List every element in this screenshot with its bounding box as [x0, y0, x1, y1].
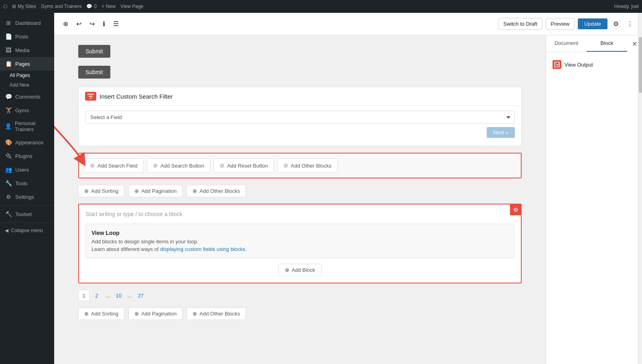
plus-icon-pagination: ⊕ — [134, 188, 139, 194]
add-sorting-button[interactable]: ⊕ Add Sorting — [78, 185, 124, 197]
next-button[interactable]: Next » — [487, 127, 515, 138]
add-sorting-bottom-button[interactable]: ⊕ Add Sorting — [78, 307, 124, 320]
tab-document[interactable]: Document — [546, 35, 587, 52]
switch-to-draft-button[interactable]: Switch to Draft — [498, 18, 542, 30]
sidebar-item-personal-trainers[interactable]: 👤 Personal Trainers — [0, 117, 54, 135]
loop-block: ⚙ Start writing or type / to choose a bl… — [78, 204, 522, 283]
loop-gear-button[interactable]: ⚙ — [510, 204, 521, 215]
sidebar-item-media[interactable]: 🖼 Media — [0, 43, 54, 57]
page-dots-2: ... — [126, 293, 134, 299]
toggle-inserter-button[interactable]: ⊕ — [61, 18, 71, 30]
view-output-icon — [553, 60, 561, 69]
dashboard-icon: ⊞ — [5, 19, 12, 26]
settings-icon: ⚙ — [5, 193, 12, 200]
list-view-button[interactable]: ☰ — [111, 18, 121, 30]
sidebar-label-posts: Posts — [15, 34, 28, 40]
sidebar-item-users[interactable]: 👥 Users — [0, 163, 54, 176]
page-10[interactable]: 10 — [113, 290, 124, 301]
toolset-icon: 🔨 — [5, 210, 12, 218]
sidebar-item-dashboard[interactable]: ⊞ Dashboard — [0, 16, 54, 30]
gyms-and-trainers[interactable]: Gyms and Trainers — [41, 4, 81, 9]
update-button[interactable]: Update — [578, 18, 607, 29]
right-scrollbar[interactable] — [638, 35, 642, 364]
sidebar-item-gyms[interactable]: 🏋 Gyms — [0, 103, 54, 117]
page-1[interactable]: 1 — [78, 290, 89, 301]
add-search-field-button[interactable]: ⊕ Add Search Field — [84, 158, 144, 173]
search-filter-title: Insert Custom Search Filter — [100, 93, 173, 100]
sidebar: ⊞ Dashboard 📄 Posts 🖼 Media 📋 Pages All … — [0, 13, 54, 364]
add-reset-button-button[interactable]: ⊕ Add Reset Button — [213, 158, 274, 173]
plus-icon-3: ⊕ — [219, 162, 225, 169]
add-other-blocks-bottom-button[interactable]: ⊕ Add Other Blocks — [187, 307, 246, 320]
more-tools-button[interactable]: ⋮ — [624, 18, 636, 30]
sidebar-item-settings[interactable]: ⚙ Settings — [0, 190, 54, 204]
sidebar-label-pages: Pages — [15, 61, 30, 67]
comments-count[interactable]: 💬 0 — [86, 4, 97, 9]
view-output-button[interactable]: View Output — [553, 59, 593, 71]
posts-icon: 📄 — [5, 33, 12, 40]
collapse-menu[interactable]: ◀ Collapse menu — [0, 224, 54, 237]
editor-toolbar: ⊕ ↩ ↪ ℹ ☰ Switch to Draft Preview Update… — [54, 13, 642, 35]
add-block-label: Add Block — [292, 267, 315, 273]
right-scrollbar-thumb[interactable] — [639, 37, 642, 93]
sidebar-label-gyms: Gyms — [15, 107, 29, 113]
appearance-icon: 🎨 — [5, 139, 12, 146]
preview-button[interactable]: Preview — [546, 18, 575, 30]
view-page[interactable]: View Page — [120, 4, 143, 9]
tab-document-label: Document — [555, 40, 578, 46]
new-menu[interactable]: + New — [102, 4, 116, 9]
sort-row: ⊕ Add Sorting ⊕ Add Pagination ⊕ Add Oth… — [78, 185, 522, 197]
plus-icon-add-block: ⊕ — [285, 267, 289, 273]
personal-trainers-icon: 👤 — [5, 123, 12, 130]
sidebar-item-appearance[interactable]: 🎨 Appearance — [0, 135, 54, 149]
wp-logo[interactable]: ⬡ — [3, 4, 7, 9]
sidebar-label-settings: Settings — [15, 194, 34, 200]
select-field-dropdown[interactable]: Select a Field — [85, 111, 515, 124]
add-other-blocks-filter-label: Add Other Blocks — [291, 163, 331, 169]
add-search-button-button[interactable]: ⊕ Add Search Button — [147, 158, 210, 173]
sidebar-item-posts[interactable]: 📄 Posts — [0, 30, 54, 43]
sidebar-item-tools[interactable]: 🔧 Tools — [0, 176, 54, 190]
sidebar-label-appearance: Appearance — [15, 140, 43, 146]
search-filter-section: Insert Custom Search Filter Select a Fie… — [78, 87, 522, 146]
redo-button[interactable]: ↪ — [87, 18, 97, 30]
submit-button-2[interactable]: Submit — [78, 66, 110, 79]
view-loop-desc: Add blocks to design single items in you… — [91, 239, 508, 245]
sidebar-item-plugins[interactable]: 🔌 Plugins — [0, 149, 54, 163]
undo-button[interactable]: ↩ — [74, 18, 84, 30]
sidebar-item-comments[interactable]: 💬 Comments — [0, 90, 54, 103]
add-sorting-label: Add Sorting — [91, 188, 118, 194]
svg-rect-2 — [90, 98, 91, 99]
sidebar-divider — [0, 205, 54, 206]
sidebar-sub-add-new[interactable]: Add New — [0, 80, 54, 90]
tab-block[interactable]: Block — [587, 35, 627, 52]
displaying-fields-link[interactable]: displaying custom fields using blocks. — [160, 246, 247, 252]
info-button[interactable]: ℹ — [100, 18, 108, 30]
right-panel-header: Document Block ✕ — [546, 35, 642, 52]
filter-blocks-container: ⊕ Add Search Field ⊕ Add Search Button ⊕… — [78, 153, 522, 178]
my-sites[interactable]: ⊞ My Sites — [12, 4, 36, 9]
page-2[interactable]: 2 — [91, 290, 102, 301]
svg-rect-0 — [87, 94, 94, 95]
pages-icon: 📋 — [5, 60, 12, 67]
right-panel-body: View Output — [546, 52, 642, 364]
add-pagination-button[interactable]: ⊕ Add Pagination — [128, 185, 183, 197]
sidebar-label-dashboard: Dashboard — [15, 20, 41, 26]
add-search-button-label: Add Search Button — [160, 163, 204, 169]
media-icon: 🖼 — [5, 47, 12, 54]
pagination-row: 1 2 ... 10 ... 27 — [78, 290, 522, 301]
add-other-blocks-sort-button[interactable]: ⊕ Add Other Blocks — [187, 185, 246, 197]
settings-panel-button[interactable]: ⚙ — [611, 18, 621, 30]
sidebar-label-plugins: Plugins — [15, 153, 33, 159]
add-pagination-bottom-button[interactable]: ⊕ Add Pagination — [128, 307, 183, 320]
add-block-button[interactable]: ⊕ Add Block — [278, 264, 322, 276]
page-27[interactable]: 27 — [135, 290, 146, 301]
plus-icon-pagination-bottom: ⊕ — [134, 311, 139, 317]
sidebar-item-pages[interactable]: 📋 Pages — [0, 57, 54, 71]
sidebar-item-toolset[interactable]: 🔨 Toolset — [0, 207, 54, 221]
sidebar-label-tools: Tools — [15, 180, 27, 186]
add-other-blocks-filter-button[interactable]: ⊕ Add Other Blocks — [277, 158, 337, 173]
submit-button-1[interactable]: Submit — [78, 45, 110, 58]
submit-button-1-wrap: Submit — [78, 45, 522, 58]
sidebar-sub-all-pages[interactable]: All Pages — [0, 71, 54, 80]
